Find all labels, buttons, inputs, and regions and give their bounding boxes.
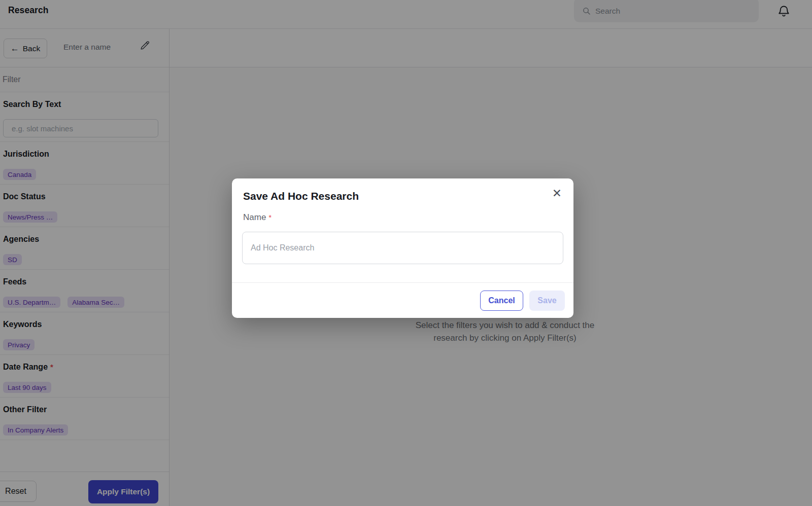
close-icon[interactable]: ✕ (550, 186, 564, 201)
dialog-footer-divider (232, 282, 573, 283)
name-label-text: Name (243, 212, 266, 222)
dialog-actions: Cancel Save (480, 291, 565, 311)
cancel-button[interactable]: Cancel (480, 291, 523, 311)
name-field-label: Name* (243, 212, 272, 223)
required-asterisk: * (268, 213, 272, 222)
save-button[interactable]: Save (529, 291, 565, 311)
research-app: Research ← Back Enter a name (0, 0, 812, 506)
dialog-title: Save Ad Hoc Research (243, 190, 359, 202)
research-name-input[interactable] (242, 232, 563, 264)
save-ad-hoc-research-dialog: Save Ad Hoc Research ✕ Name* Cancel Save (232, 178, 573, 318)
